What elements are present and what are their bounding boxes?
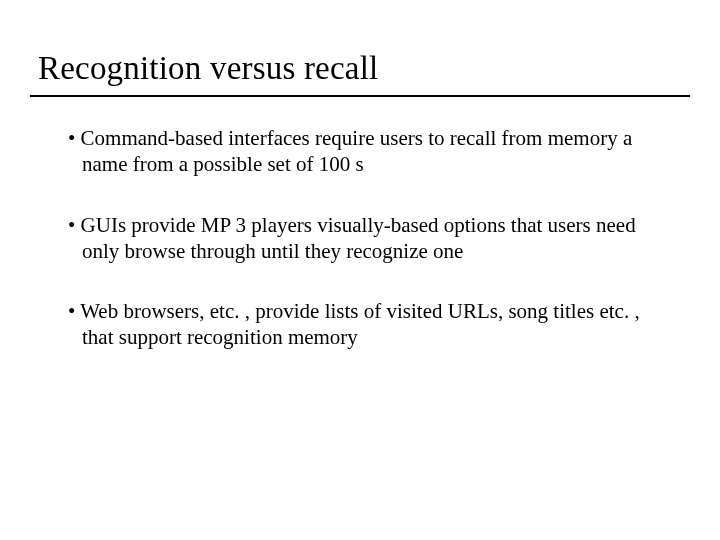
slide-title: Recognition versus recall (38, 50, 690, 87)
bullet-dot: • (68, 126, 81, 150)
bullet-text: Web browsers, etc. , provide lists of vi… (80, 299, 639, 349)
list-item: • Web browsers, etc. , provide lists of … (68, 298, 660, 351)
bullet-text: Command-based interfaces require users t… (81, 126, 633, 176)
slide-title-block: Recognition versus recall (30, 50, 690, 87)
bullet-text: GUIs provide MP 3 players visually-based… (81, 213, 636, 263)
bullet-dot: • (68, 299, 80, 323)
list-item: • Command-based interfaces require users… (68, 125, 660, 178)
list-item: • GUIs provide MP 3 players visually-bas… (68, 212, 660, 265)
bullet-list: • Command-based interfaces require users… (30, 125, 690, 351)
title-underline (30, 95, 690, 97)
bullet-dot: • (68, 213, 81, 237)
